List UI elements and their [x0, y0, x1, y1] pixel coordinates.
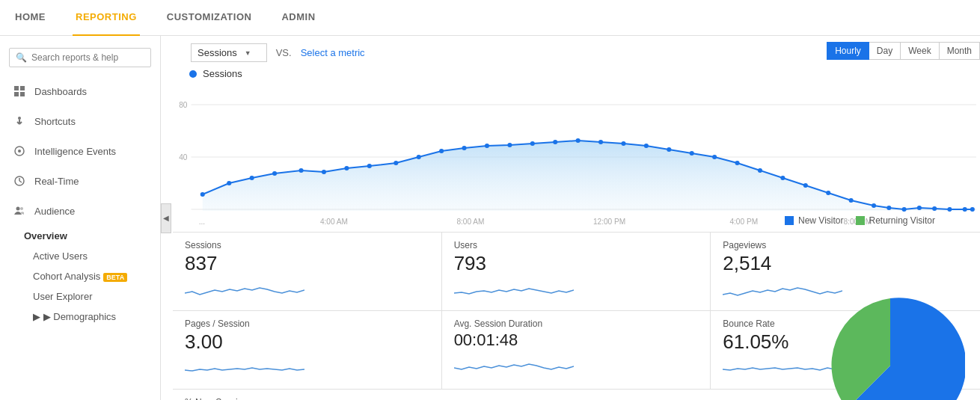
sidebar-item-audience[interactable]: Audience — [0, 196, 160, 226]
new-visitor-legend-label: New Visitor — [798, 215, 843, 226]
beta-badge: BETA — [103, 273, 127, 282]
svg-point-54 — [849, 198, 854, 203]
clock-icon — [12, 173, 27, 188]
pie-chart: 85.1% — [815, 291, 965, 400]
intelligence-icon — [12, 144, 27, 159]
svg-point-35 — [417, 155, 421, 159]
search-box[interactable]: 🔍 — [9, 48, 151, 67]
svg-point-51 — [780, 176, 785, 180]
stat-avg-session-label: Avg. Session Duration — [454, 319, 699, 329]
svg-point-42 — [576, 138, 581, 143]
audience-icon — [12, 203, 27, 218]
search-input[interactable] — [31, 52, 144, 63]
svg-point-43 — [598, 140, 603, 144]
stat-users: Users 793 — [442, 233, 711, 311]
sidebar-item-intelligence[interactable]: Intelligence Events — [0, 136, 160, 166]
svg-point-40 — [530, 141, 535, 146]
time-buttons: Hourly Day Week Month — [827, 42, 980, 60]
svg-point-57 — [902, 207, 907, 212]
sidebar: 🔍 Dashboards Shortcuts Intelligence Even… — [0, 36, 161, 400]
svg-point-41 — [553, 140, 557, 144]
svg-point-14 — [20, 207, 23, 210]
sidebar-item-dashboards[interactable]: Dashboards — [0, 76, 160, 106]
triangle-icon: ▶ — [33, 311, 40, 322]
nav-home[interactable]: HOME — [12, 0, 49, 37]
sidebar-label-audience: Audience — [34, 206, 75, 217]
shortcuts-icon — [12, 114, 27, 129]
svg-point-37 — [462, 146, 467, 150]
svg-point-62 — [970, 207, 975, 212]
svg-point-33 — [367, 164, 372, 168]
svg-rect-0 — [14, 86, 19, 90]
sidebar-sub-demographics[interactable]: ▶ ▶ Demographics — [0, 307, 160, 327]
svg-text:4:00 AM: 4:00 AM — [320, 218, 348, 226]
svg-point-55 — [872, 203, 876, 208]
legend-returning-visitor: Returning Visitor — [856, 215, 936, 226]
svg-text:...: ... — [199, 218, 205, 226]
svg-point-47 — [690, 151, 694, 156]
stat-avg-session: Avg. Session Duration 00:01:48 — [442, 311, 711, 390]
sessions-dot — [189, 70, 197, 78]
svg-point-48 — [712, 155, 717, 159]
stat-pages-session-label: Pages / Session — [185, 319, 429, 329]
collapse-sidebar-button[interactable]: ◀ — [161, 203, 171, 233]
sidebar-item-realtime[interactable]: Real-Time — [0, 166, 160, 196]
stat-pageviews-label: Pageviews — [723, 240, 968, 250]
time-btn-hourly[interactable]: Hourly — [827, 42, 869, 60]
sessions-legend: Sessions — [189, 68, 980, 79]
svg-point-4 — [18, 117, 21, 120]
svg-point-31 — [322, 170, 326, 174]
time-btn-month[interactable]: Month — [939, 42, 980, 60]
sidebar-sub-overview[interactable]: Overview — [0, 226, 160, 246]
stats-section: Sessions 837 Users 793 Pageviews 2,514 — [161, 232, 980, 400]
sidebar-sub-active-users[interactable]: Active Users — [0, 246, 160, 266]
svg-rect-2 — [14, 92, 19, 96]
svg-text:4:00 PM: 4:00 PM — [729, 218, 758, 226]
svg-text:8:00 AM: 8:00 AM — [456, 218, 484, 226]
search-icon: 🔍 — [16, 52, 27, 63]
svg-point-58 — [917, 206, 922, 210]
svg-point-50 — [758, 168, 762, 173]
svg-point-29 — [272, 171, 277, 176]
svg-point-60 — [947, 207, 952, 212]
sidebar-label-realtime: Real-Time — [34, 176, 79, 187]
sessions-dropdown[interactable]: Sessions — [191, 43, 267, 62]
svg-line-12 — [19, 181, 22, 182]
svg-point-9 — [18, 150, 21, 153]
nav-reporting[interactable]: REPORTING — [73, 0, 140, 37]
sidebar-label-intelligence: Intelligence Events — [34, 146, 116, 157]
grid-icon — [12, 84, 27, 99]
new-visitor-color-swatch — [785, 216, 794, 225]
sparkline-pages-session — [185, 357, 304, 379]
top-nav: HOME REPORTING CUSTOMIZATION ADMIN — [0, 0, 980, 36]
svg-point-49 — [735, 161, 740, 165]
sidebar-label-shortcuts: Shortcuts — [34, 116, 76, 127]
svg-rect-1 — [20, 86, 25, 90]
main-content: ◀ Sessions VS. Select a metric Hourly Da… — [161, 36, 980, 400]
stat-pages-session-value: 3.00 — [185, 330, 429, 354]
time-btn-day[interactable]: Day — [869, 42, 901, 60]
sidebar-sub-user-explorer[interactable]: User Explorer — [0, 286, 160, 307]
svg-point-44 — [621, 141, 625, 146]
returning-visitor-color-swatch — [856, 216, 865, 225]
sparkline-avg-session — [454, 353, 574, 375]
sidebar-sub-cohort[interactable]: Cohort AnalysisBETA — [0, 266, 160, 286]
svg-point-36 — [439, 149, 444, 153]
main-layout: 🔍 Dashboards Shortcuts Intelligence Even… — [0, 36, 980, 400]
returning-visitor-legend-label: Returning Visitor — [869, 215, 936, 226]
sparkline-users — [454, 278, 574, 301]
select-metric-link[interactable]: Select a metric — [301, 47, 365, 58]
svg-text:80: 80 — [179, 101, 188, 109]
stat-avg-session-value: 00:01:48 — [454, 330, 699, 350]
nav-customization[interactable]: CUSTOMIZATION — [164, 0, 255, 37]
stat-sessions-label: Sessions — [185, 240, 429, 250]
time-btn-week[interactable]: Week — [900, 42, 939, 60]
vs-label: VS. — [276, 47, 292, 58]
sparkline-sessions — [185, 278, 304, 301]
nav-admin[interactable]: ADMIN — [278, 0, 318, 37]
svg-point-46 — [667, 147, 671, 152]
sidebar-item-shortcuts[interactable]: Shortcuts — [0, 106, 160, 136]
svg-point-34 — [393, 161, 398, 165]
svg-point-61 — [963, 207, 967, 212]
svg-point-13 — [16, 207, 20, 211]
